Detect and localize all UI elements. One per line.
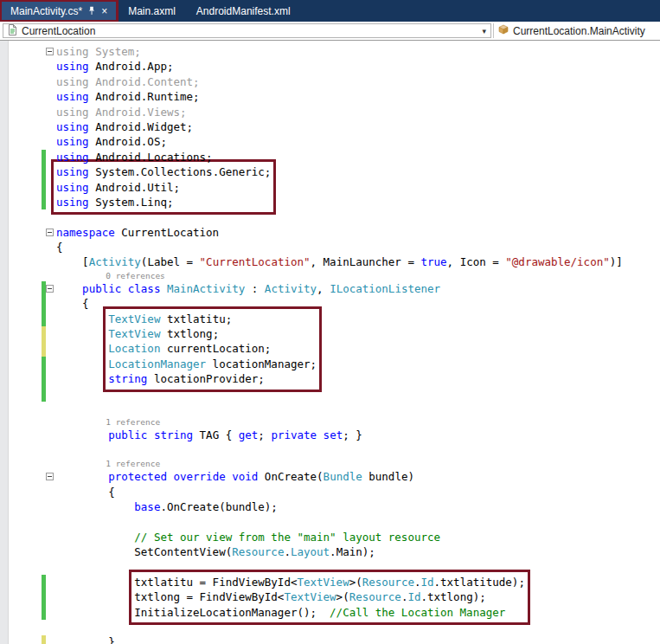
code-token: txtlong = FindViewById<	[134, 590, 284, 603]
fold-collapse-icon[interactable]	[46, 285, 54, 293]
code-line[interactable]: using System;	[56, 44, 660, 59]
code-line[interactable]: public class MainActivity : Activity, IL…	[56, 281, 660, 296]
code-token: }	[56, 635, 115, 644]
code-token: ,	[317, 282, 330, 295]
member-dropdown[interactable]: CurrentLocation.MainActivity	[493, 23, 660, 38]
code-token: using	[56, 181, 89, 194]
code-line[interactable]: using Android.Widget;	[56, 119, 660, 134]
code-token: using	[56, 60, 89, 73]
code-token: >(	[349, 576, 362, 589]
code-line[interactable]: protected override void OnCreate(Bundle …	[56, 469, 660, 484]
code-token: Android.App;	[89, 60, 174, 73]
code-line[interactable]: namespace CurrentLocation	[56, 225, 660, 240]
code-line[interactable]: LocationManager locationManager;	[108, 357, 317, 371]
code-token: public	[82, 282, 121, 295]
code-token: using	[56, 120, 89, 133]
code-line[interactable]: Location currentLocation;	[108, 341, 317, 356]
change-tracking-bar	[42, 296, 46, 311]
code-token: true	[420, 255, 446, 268]
code-line[interactable]: // Set our view from the "main" layout r…	[56, 530, 660, 544]
code-token	[56, 282, 82, 295]
code-line[interactable]	[56, 560, 660, 575]
code-line[interactable]: public string TAG { get; private set; }	[56, 428, 660, 442]
code-token: {	[56, 486, 115, 499]
code-token: , MainLauncher =	[311, 255, 421, 268]
code-line[interactable]: {	[56, 485, 660, 499]
code-token: Android.Util;	[89, 181, 180, 194]
code-token: Activity	[89, 255, 141, 268]
code-line[interactable]: using Android.Content;	[56, 74, 660, 89]
code-token: base	[134, 500, 160, 513]
code-token: Bundle	[324, 470, 362, 483]
codelens-line[interactable]: 1 reference	[56, 458, 660, 469]
code-editor[interactable]: using System;using Android.App;using And…	[0, 41, 660, 644]
code-line[interactable]: using Android.App;	[56, 59, 660, 74]
tab-androidmanifest-xml[interactable]: AndroidManifest.xml	[186, 0, 301, 22]
code-line[interactable]	[56, 443, 660, 458]
change-tracking-bar	[42, 342, 46, 357]
code-token: Resource	[232, 545, 284, 558]
code-pane[interactable]: using System;using Android.App;using And…	[56, 44, 660, 644]
code-token: string	[154, 428, 193, 441]
code-line[interactable]: using System.Collections.Generic;	[56, 164, 271, 179]
fold-collapse-icon[interactable]	[46, 473, 54, 480]
code-token: class	[128, 282, 161, 295]
code-line[interactable]: TextView txtlatitu;	[108, 312, 317, 326]
code-token: using	[56, 90, 89, 103]
change-tracking-bar	[42, 590, 46, 605]
code-line[interactable]: [Activity(Label = "CurrentLocation", Mai…	[56, 254, 660, 269]
tab-main-axml[interactable]: Main.axml	[118, 0, 186, 22]
fold-collapse-icon[interactable]	[46, 229, 54, 236]
tab-label: Main.axml	[128, 5, 176, 17]
code-line[interactable]	[56, 387, 660, 402]
code-line[interactable]: txtlong = FindViewById<TextView>(Resourc…	[134, 589, 525, 604]
code-token: Layout	[291, 545, 330, 558]
code-line[interactable]: TextView txtlong;	[108, 326, 317, 341]
member-dropdown-value: CurrentLocation.MainActivity	[513, 25, 645, 37]
code-line[interactable]	[56, 514, 660, 529]
tab-mainactivity-cs[interactable]: MainActivity.cs* ×	[0, 0, 118, 22]
code-line[interactable]: string locationProvider;	[108, 371, 317, 386]
code-token	[121, 282, 128, 295]
code-token: LocationManager	[108, 357, 206, 370]
code-token: (Label =	[141, 255, 200, 268]
fold-collapse-icon[interactable]	[46, 48, 54, 55]
code-line[interactable]: InitializeLocationManager(); //Call the …	[134, 605, 525, 620]
code-line[interactable]: base.OnCreate(bundle);	[56, 499, 660, 514]
code-line[interactable]: using Android.OS;	[56, 134, 660, 149]
code-line[interactable]: }	[56, 634, 660, 644]
pin-icon[interactable]	[87, 6, 96, 16]
code-token: Id	[407, 590, 420, 603]
code-token: using Android.Content;	[56, 75, 200, 88]
code-line[interactable]: using Android.Views;	[56, 105, 660, 119]
codelens-line[interactable]: 1 reference	[56, 416, 660, 428]
chevron-down-icon: ▾	[482, 27, 486, 35]
change-tracking-bar	[42, 575, 46, 589]
code-line[interactable]: using Android.Runtime;	[56, 89, 660, 104]
code-token: ;	[258, 428, 271, 441]
code-token: TextView	[297, 576, 349, 589]
code-line[interactable]: using Android.Locations;	[56, 150, 660, 164]
code-line[interactable]: txtlatitu = FindViewById<TextView>(Resou…	[134, 575, 525, 589]
code-line[interactable]: SetContentView(Resource.Layout.Main);	[56, 544, 660, 559]
code-token: "CurrentLocation"	[200, 255, 311, 268]
code-token	[56, 500, 134, 513]
change-tracking-bar	[42, 326, 46, 341]
code-line[interactable]: {	[56, 240, 660, 254]
code-token: Android.Locations;	[89, 151, 213, 164]
code-token: System.Linq;	[89, 196, 174, 209]
codelens-line[interactable]: 0 references	[56, 270, 660, 281]
code-token	[56, 531, 134, 544]
code-line[interactable]	[56, 620, 660, 634]
scope-dropdown[interactable]: CurrentLocation ▾	[3, 23, 491, 38]
code-token: Id	[420, 576, 433, 589]
code-line[interactable]: {	[56, 296, 660, 311]
close-icon[interactable]: ×	[101, 6, 107, 16]
code-line[interactable]	[56, 209, 660, 224]
code-line[interactable]: using Android.Util;	[56, 180, 271, 195]
code-line[interactable]	[56, 402, 660, 416]
code-token: >(	[336, 590, 349, 603]
code-line[interactable]: using System.Linq;	[56, 195, 271, 209]
annotation-highlight-box: txtlatitu = FindViewById<TextView>(Resou…	[134, 575, 525, 620]
breakpoint-margin[interactable]	[0, 41, 9, 644]
